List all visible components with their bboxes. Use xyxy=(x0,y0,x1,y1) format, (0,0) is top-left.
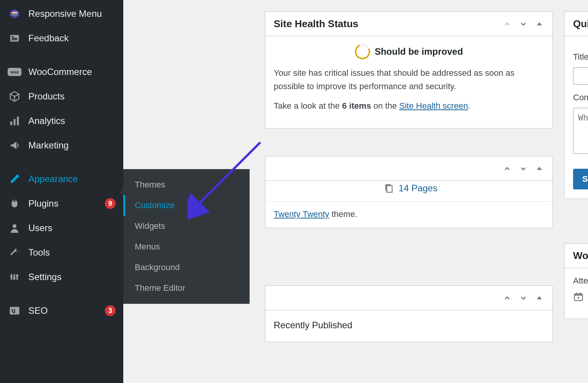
seo-icon xyxy=(8,304,21,318)
site-health-link[interactable]: Site Health screen xyxy=(399,101,468,111)
pages-icon xyxy=(383,183,394,194)
collapse-icon[interactable] xyxy=(535,164,544,173)
collapse-icon[interactable] xyxy=(535,293,544,303)
move-up-icon[interactable] xyxy=(503,164,512,173)
sidebar-item-responsive-menu[interactable]: Responsive Menu xyxy=(0,2,123,26)
at-a-glance-box: x 14 Pages Twenty Twenty theme. xyxy=(265,156,553,228)
svg-rect-13 xyxy=(17,117,19,125)
quick-draft-box: Quick Draft Title Content Save Draft xyxy=(564,11,588,199)
move-down-icon[interactable] xyxy=(519,164,528,173)
svg-text:woo: woo xyxy=(10,70,19,75)
sidebar-item-woocommerce[interactable]: woo WooCommerce xyxy=(0,60,123,84)
postbox-header: Quick Draft xyxy=(565,12,588,36)
health-spinner-icon xyxy=(353,42,372,61)
postbox-body: Recently Published xyxy=(265,310,552,342)
postbox-actions xyxy=(503,293,544,303)
svg-rect-6 xyxy=(12,36,14,37)
sidebar-item-label: WooCommerce xyxy=(28,67,116,77)
users-icon xyxy=(8,221,21,235)
move-down-icon[interactable] xyxy=(519,20,528,29)
sidebar-item-feedback[interactable]: Feedback xyxy=(0,26,123,51)
postbox-title: Quick Draft xyxy=(573,18,588,30)
sidebar-item-label: Responsive Menu xyxy=(28,8,116,19)
postbox-body: Title Content Save Draft xyxy=(565,36,588,199)
svg-rect-8 xyxy=(12,39,18,41)
sidebar-item-tools[interactable]: Tools xyxy=(0,240,123,265)
sidebar-item-label: Settings xyxy=(28,272,116,282)
svg-rect-28 xyxy=(580,293,581,295)
sidebar-item-label: Tools xyxy=(28,247,116,258)
glance-pages: 14 Pages xyxy=(265,181,552,201)
glance-theme: Twenty Twenty theme. xyxy=(265,202,552,228)
svg-rect-26 xyxy=(575,294,583,296)
sidebar-item-users[interactable]: Users xyxy=(0,216,123,240)
activity-box: x Recently Published xyxy=(265,285,553,342)
activity-section-title: Recently Published xyxy=(274,318,544,332)
sidebar-item-label: Plugins xyxy=(28,198,101,209)
site-health-box: Site Health Status Should be improved Yo… xyxy=(265,11,553,129)
sidebar-item-plugins[interactable]: Plugins 9 xyxy=(0,191,123,216)
svg-rect-12 xyxy=(14,119,16,125)
marketing-icon xyxy=(8,139,21,152)
svg-rect-4 xyxy=(12,15,18,16)
postbox-header: Site Health Status xyxy=(265,12,552,36)
sidebar-item-appearance[interactable]: Appearance xyxy=(0,167,123,191)
products-icon xyxy=(8,90,21,103)
collapse-icon[interactable] xyxy=(535,20,544,29)
postbox-header: WordPress Eve xyxy=(565,244,588,268)
svg-rect-7 xyxy=(12,38,18,39)
move-up-icon[interactable] xyxy=(503,20,512,29)
save-draft-button[interactable]: Save Draft xyxy=(573,169,588,189)
move-down-icon[interactable] xyxy=(519,293,528,303)
health-cta: Take a look at the 6 items on the Site H… xyxy=(274,99,544,112)
sidebar-item-marketing[interactable]: Marketing xyxy=(0,133,123,158)
settings-icon xyxy=(8,270,21,284)
svg-point-15 xyxy=(13,224,16,228)
health-status-text: Should be improved xyxy=(375,44,463,59)
sidebar-item-label: Products xyxy=(28,91,116,102)
svg-rect-2 xyxy=(12,12,18,13)
sidebar-item-seo[interactable]: SEO 3 xyxy=(0,298,123,323)
feedback-icon xyxy=(8,31,21,45)
sidebar-item-settings[interactable]: Settings xyxy=(0,265,123,289)
update-badge: 9 xyxy=(105,198,116,209)
move-up-icon[interactable] xyxy=(503,293,512,303)
svg-rect-20 xyxy=(13,277,15,279)
svg-rect-21 xyxy=(16,275,18,277)
sidebar-item-label: Appearance xyxy=(28,174,116,184)
events-intro: Attend an upcom xyxy=(573,276,588,286)
svg-rect-11 xyxy=(10,121,12,125)
postbox-body: Should be improved Your site has critica… xyxy=(265,36,552,128)
svg-rect-24 xyxy=(387,186,392,192)
pages-link[interactable]: 14 Pages xyxy=(399,183,437,194)
admin-sidebar: Responsive Menu Feedback woo WooCommerce… xyxy=(0,0,123,383)
sidebar-item-label: Feedback xyxy=(28,33,116,44)
title-label: Title xyxy=(573,50,588,64)
analytics-icon xyxy=(8,114,21,128)
woo-icon: woo xyxy=(8,65,21,79)
wordpress-events-box: WordPress Eve Attend an upcom Demo + Dis… xyxy=(564,243,588,319)
svg-rect-3 xyxy=(12,13,18,15)
sidebar-item-label: Users xyxy=(28,223,116,233)
draft-content-textarea[interactable] xyxy=(573,108,588,154)
update-badge: 3 xyxy=(105,305,116,316)
sidebar-item-label: Analytics xyxy=(28,116,116,126)
theme-link[interactable]: Twenty Twenty xyxy=(274,209,329,219)
postbox-header: x xyxy=(265,286,552,310)
sidebar-item-label: SEO xyxy=(28,305,101,316)
tools-icon xyxy=(8,246,21,259)
postbox-title: WordPress Eve xyxy=(573,250,588,262)
sidebar-item-analytics[interactable]: Analytics xyxy=(0,109,123,133)
svg-rect-17 xyxy=(14,274,15,280)
responsive-menu-icon xyxy=(8,7,21,21)
postbox-actions xyxy=(503,20,544,29)
appearance-icon xyxy=(8,172,21,186)
dashboard-content: Site Health Status Should be improved Yo… xyxy=(123,0,588,383)
sidebar-item-label: Marketing xyxy=(28,140,116,151)
draft-title-input[interactable] xyxy=(573,67,588,85)
content-label: Content xyxy=(573,91,588,104)
svg-rect-19 xyxy=(10,275,13,277)
sidebar-item-products[interactable]: Products xyxy=(0,84,123,109)
svg-rect-27 xyxy=(576,293,577,295)
postbox-actions xyxy=(503,164,544,173)
